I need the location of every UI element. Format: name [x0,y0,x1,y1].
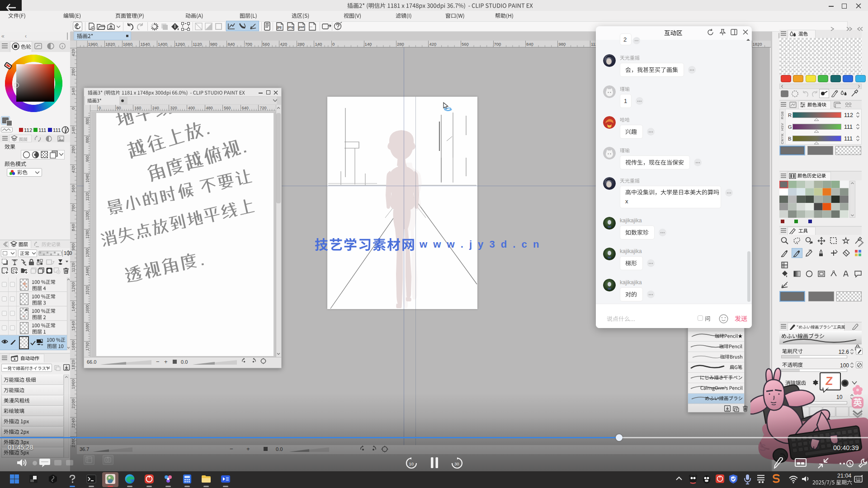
svg-text:10: 10 [409,461,414,466]
svg-text:S: S [760,442,766,453]
svg-text:30: 30 [454,461,459,466]
